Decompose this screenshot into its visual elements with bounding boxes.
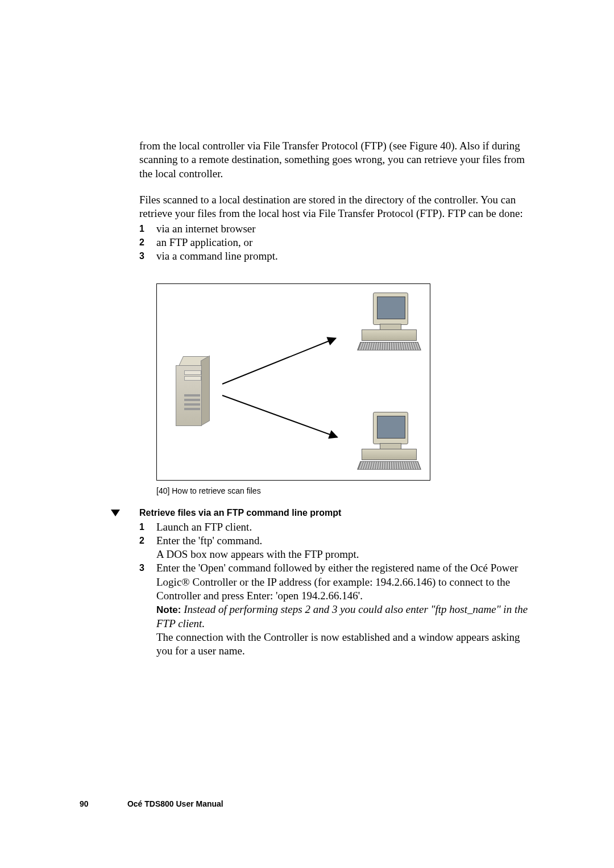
list-number: 2 — [139, 236, 156, 249]
list-number: 1 — [139, 520, 156, 534]
computer-icon — [356, 293, 418, 352]
procedure-title: Retrieve files via an FTP command line p… — [139, 508, 341, 518]
computer-icon — [356, 412, 418, 471]
footer-title: Océ TDS800 User Manual — [127, 799, 223, 808]
list-text: via a command line prompt. — [156, 249, 534, 263]
list-number: 2 — [139, 534, 156, 562]
page-footer: 90 Océ TDS800 User Manual — [80, 799, 223, 808]
list-number: 3 — [139, 561, 156, 658]
list-item-1: 1 via an internet browser — [139, 222, 534, 236]
step-3: 3 Enter the 'Open' command followed by e… — [139, 561, 534, 658]
step-3-main: Enter the 'Open' command followed by eit… — [156, 562, 518, 602]
note-text: Instead of performing steps 2 and 3 you … — [156, 603, 528, 629]
page: from the local controller via File Trans… — [0, 0, 614, 868]
list-text: Enter the 'Open' command followed by eit… — [156, 561, 534, 658]
list-number: 1 — [139, 222, 156, 236]
list-text: an FTP application, or — [156, 236, 534, 249]
step-3-continuation: The connection with the Controller is no… — [156, 631, 520, 657]
paragraph-continuation: from the local controller via File Trans… — [139, 139, 534, 181]
list-text: Launch an FTP client. — [156, 520, 534, 534]
list-text: Enter the 'ftp' command. A DOS box now a… — [156, 534, 534, 562]
page-number: 90 — [80, 799, 125, 808]
figure-retrieve-scan-files — [156, 283, 430, 481]
step-1: 1 Launch an FTP client. — [139, 520, 534, 534]
arrow-icon — [222, 395, 338, 437]
list-text: via an internet browser — [156, 222, 534, 236]
list-item-3: 3 via a command line prompt. — [139, 249, 534, 263]
arrow-icon — [222, 337, 336, 384]
paragraph-files-scanned: Files scanned to a local destination are… — [139, 193, 534, 221]
list-number: 3 — [139, 249, 156, 263]
figure-caption: [40] How to retrieve scan files — [156, 486, 534, 495]
step-2-line1: Enter the 'ftp' command. — [156, 535, 262, 546]
step-2-line2: A DOS box now appears with the FTP promp… — [156, 548, 359, 560]
procedure-header: Retrieve files via an FTP command line p… — [139, 508, 534, 518]
list-item-2: 2 an FTP application, or — [139, 236, 534, 249]
note-label: Note: — [156, 604, 181, 615]
triangle-down-icon — [111, 510, 120, 516]
step-2: 2 Enter the 'ftp' command. A DOS box now… — [139, 534, 534, 562]
server-icon — [171, 349, 217, 429]
